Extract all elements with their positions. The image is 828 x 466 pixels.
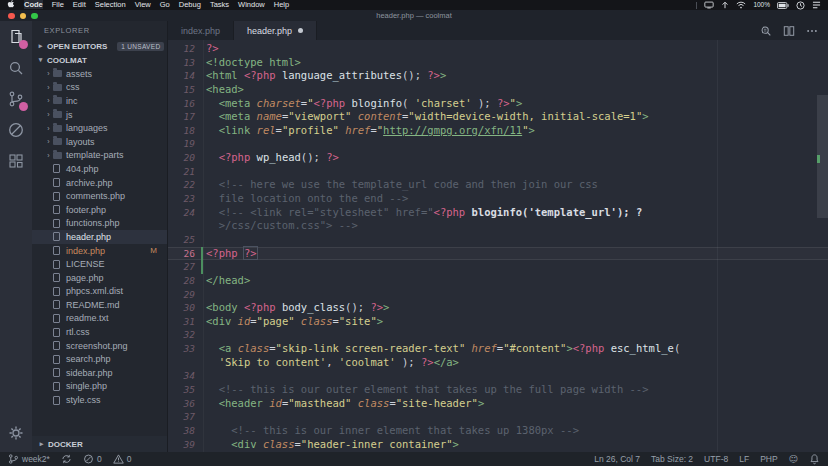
code-line[interactable]: 13<!doctype html> <box>168 56 828 70</box>
open-preview-icon[interactable] <box>760 25 772 37</box>
tree-item-screenshot.png[interactable]: screenshot.png <box>32 339 167 353</box>
open-editors-section[interactable]: ▸ OPEN EDITORS 1 UNSAVED <box>32 39 167 53</box>
tree-item-single.php[interactable]: single.php <box>32 380 167 394</box>
docker-section[interactable]: ▸ DOCKER <box>32 436 167 452</box>
code-line[interactable]: 22 <!-- here we use the template_url cod… <box>168 178 828 192</box>
code-line[interactable]: 33 <a class="skip-link screen-reader-tex… <box>168 342 828 356</box>
tree-item-page.php[interactable]: page.php <box>32 271 167 285</box>
battery-icon[interactable] <box>777 2 789 9</box>
tab-header.php[interactable]: header.php <box>234 21 317 40</box>
code-line[interactable]: 12?> <box>168 42 828 56</box>
display-icon[interactable] <box>704 1 714 9</box>
wifi-icon[interactable] <box>736 1 746 9</box>
code-line[interactable]: 29 <box>168 288 828 302</box>
extensions-icon[interactable] <box>7 152 25 170</box>
code-line[interactable]: 18 <link rel="profile" href="http://gmpg… <box>168 124 828 138</box>
tree-item-js[interactable]: ›js <box>32 108 167 122</box>
code-line[interactable]: 26<?php ?> <box>168 247 828 261</box>
menu-item-edit[interactable]: Edit <box>73 0 86 9</box>
code-line[interactable]: >/css/custom.css"> --> <box>168 219 828 233</box>
status-ln-26-col-7[interactable]: Ln 26, Col 7 <box>594 454 640 464</box>
code-line[interactable]: 25 <box>168 233 828 247</box>
tree-item-sidebar.php[interactable]: sidebar.php <box>32 366 167 380</box>
tree-item-header.php[interactable]: header.php <box>32 230 167 244</box>
tree-item-layouts[interactable]: ›layouts <box>32 135 167 149</box>
explorer-icon[interactable] <box>7 28 25 46</box>
code-line[interactable]: 16 <meta charset="<?php bloginfo( 'chars… <box>168 97 828 111</box>
clock-icon[interactable] <box>796 1 805 10</box>
code-line[interactable]: 32 <box>168 328 828 342</box>
code-line[interactable]: 28</head> <box>168 274 828 288</box>
status-lf[interactable]: LF <box>739 454 749 464</box>
tree-item-phpcs.xml.dist[interactable]: phpcs.xml.dist <box>32 285 167 299</box>
tree-item-rtl.css[interactable]: rtl.css <box>32 325 167 339</box>
code-line[interactable]: 27 <box>168 260 828 274</box>
code-text: ?> <box>202 42 219 56</box>
code-line[interactable]: 21 <box>168 165 828 179</box>
search-icon[interactable] <box>7 59 25 77</box>
code-line[interactable]: 34 <box>168 369 828 383</box>
tree-item-404.php[interactable]: 404.php <box>32 162 167 176</box>
tree-item-search.php[interactable]: search.php <box>32 352 167 366</box>
smiley-icon[interactable]: ☺ <box>789 454 798 464</box>
status-warning[interactable]: 0 <box>113 453 132 465</box>
more-actions-icon[interactable] <box>806 25 818 37</box>
status-php[interactable]: PHP <box>760 454 777 464</box>
debug-icon[interactable] <box>7 121 25 139</box>
menu-item-window[interactable]: Window <box>238 0 265 9</box>
arrow-up-icon[interactable] <box>721 1 729 9</box>
tree-item-readme.txt[interactable]: readme.txt <box>32 312 167 326</box>
tree-item-comments.php[interactable]: comments.php <box>32 189 167 203</box>
tab-index.php[interactable]: index.php <box>168 21 234 40</box>
code-line[interactable]: 15<head> <box>168 83 828 97</box>
tree-item-style.css[interactable]: style.css <box>32 393 167 407</box>
status-error[interactable]: 0 <box>83 453 102 465</box>
code-line[interactable]: 23 file location onto the end --> <box>168 192 828 206</box>
menu-list-icon[interactable] <box>812 1 821 9</box>
code-line[interactable]: 14<html <?php language_attributes(); ?>> <box>168 69 828 83</box>
tree-item-assets[interactable]: ›assets <box>32 67 167 81</box>
status-sync[interactable] <box>61 453 72 465</box>
menu-item-help[interactable]: Help <box>274 0 289 9</box>
menu-item-debug[interactable]: Debug <box>179 0 201 9</box>
tree-item-inc[interactable]: ›inc <box>32 94 167 108</box>
code-line[interactable]: 30<body <?php body_class(); ?>> <box>168 301 828 315</box>
status-tab-size-2[interactable]: Tab Size: 2 <box>651 454 693 464</box>
tree-item-template-parts[interactable]: ›template-parts <box>32 149 167 163</box>
tree-item-label: layouts <box>66 137 95 147</box>
gear-icon[interactable] <box>7 424 25 442</box>
code-line[interactable]: 36 <header id="masthead" class="site-hea… <box>168 397 828 411</box>
code-line[interactable]: 20 <?php wp_head(); ?> <box>168 151 828 165</box>
code-line[interactable]: 37 <box>168 410 828 424</box>
menu-item-view[interactable]: View <box>135 0 151 9</box>
tab-bar: index.phpheader.php <box>168 21 828 40</box>
code-line[interactable]: 17 <meta name="viewport" content="width=… <box>168 110 828 124</box>
tree-item-languages[interactable]: ›languages <box>32 121 167 135</box>
menu-item-file[interactable]: File <box>52 0 64 9</box>
source-control-icon[interactable] <box>7 90 25 108</box>
tree-item-index.php[interactable]: index.phpM <box>32 244 167 258</box>
tree-item-archive.php[interactable]: archive.php <box>32 176 167 190</box>
code-line[interactable]: 35 <!-- this is our outer element that t… <box>168 383 828 397</box>
code-line[interactable]: 24 <!-- <link rel="stylesheet" href="<?p… <box>168 206 828 220</box>
menu-item-selection[interactable]: Selection <box>95 0 126 9</box>
code-editor[interactable]: 12?>13<!doctype html>14<html <?php langu… <box>168 40 828 452</box>
code-line[interactable]: 39 <div class="header-inner container"> <box>168 438 828 452</box>
tree-item-footer.php[interactable]: footer.php <box>32 203 167 217</box>
code-line[interactable]: 'Skip to content', 'coolmat' ); ?></a> <box>168 356 828 370</box>
tree-item-README.md[interactable]: README.md <box>32 298 167 312</box>
menu-item-tasks[interactable]: Tasks <box>210 0 229 9</box>
code-line[interactable]: 31<div id="page" class="site"> <box>168 315 828 329</box>
status-utf-8[interactable]: UTF-8 <box>704 454 728 464</box>
status-git-branch[interactable]: week2* <box>8 453 50 465</box>
tree-item-LICENSE[interactable]: LICENSE <box>32 257 167 271</box>
menu-item-go[interactable]: Go <box>160 0 170 9</box>
split-editor-icon[interactable] <box>783 25 795 37</box>
bell-icon[interactable] <box>809 453 820 465</box>
project-section[interactable]: ▾ COOLMAT <box>32 53 167 67</box>
menu-item-code[interactable]: Code <box>24 0 43 9</box>
code-line[interactable]: 19 <box>168 137 828 151</box>
code-line[interactable]: 38 <!-- this is our inner element that t… <box>168 424 828 438</box>
tree-item-functions.php[interactable]: functions.php <box>32 217 167 231</box>
tree-item-css[interactable]: ›css <box>32 81 167 95</box>
